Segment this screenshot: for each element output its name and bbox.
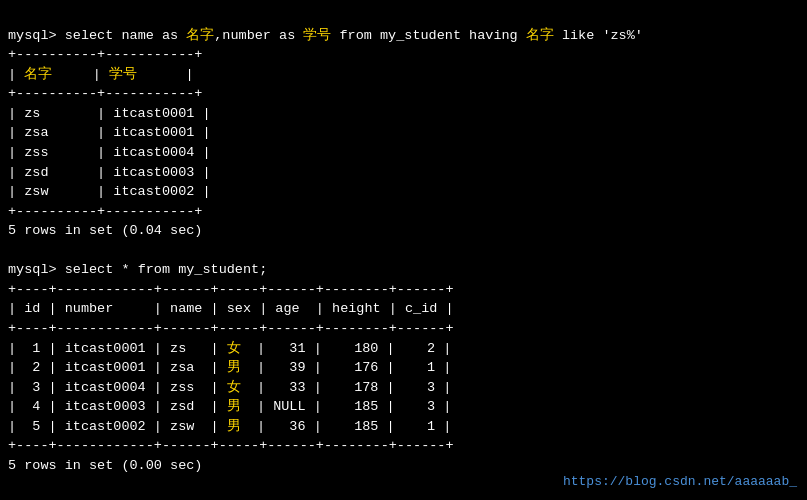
data-row-2: | zsa | itcast0001 | — [8, 125, 211, 140]
data-row-3: | zss | itcast0004 | — [8, 145, 211, 160]
header-row-1: | 名字 | 学号 | — [8, 67, 194, 82]
separator-line-5: +----+------------+------+-----+------+-… — [8, 321, 454, 336]
separator-line-1: +----------+-----------+ — [8, 47, 202, 62]
separator-line-2: +----------+-----------+ — [8, 86, 202, 101]
cmd-text-4: like 'zs%' — [554, 28, 643, 43]
data-row-1: | zs | itcast0001 | — [8, 106, 211, 121]
cmd-text-5: select * from my_student; — [65, 262, 268, 277]
data-row-8: | 3 | itcast0004 | zss | 女 | 33 | 178 | … — [8, 380, 451, 395]
command-line-1: mysql> select name as 名字,number as 学号 fr… — [8, 28, 643, 43]
data-row-7: | 2 | itcast0001 | zsa | 男 | 39 | 176 | … — [8, 360, 451, 375]
command-line-2: mysql> select * from my_student; — [8, 262, 267, 277]
separator-line-3: +----------+-----------+ — [8, 204, 202, 219]
header-row-2: | id | number | name | sex | age | heigh… — [8, 301, 454, 316]
result-text-1: 5 rows in set (0.04 sec) — [8, 223, 202, 238]
cn-text-1: 名字 — [186, 28, 214, 43]
separator-line-4: +----+------------+------+-----+------+-… — [8, 282, 454, 297]
cmd-text-3: from my_student having — [331, 28, 525, 43]
cmd-text-2: ,number as — [214, 28, 303, 43]
terminal-output: mysql> select name as 名字,number as 学号 fr… — [8, 6, 799, 476]
cmd-text-1: select name as — [65, 28, 187, 43]
data-row-10: | 5 | itcast0002 | zsw | 男 | 36 | 185 | … — [8, 419, 451, 434]
data-row-9: | 4 | itcast0003 | zsd | 男 | NULL | 185 … — [8, 399, 451, 414]
cn-text-2: 学号 — [303, 28, 331, 43]
data-row-6: | 1 | itcast0001 | zs | 女 | 31 | 180 | 2… — [8, 341, 451, 356]
watermark-link: https://blog.csdn.net/aaaaaab_ — [563, 473, 797, 492]
cn-text-3: 名字 — [526, 28, 554, 43]
data-row-5: | zsw | itcast0002 | — [8, 184, 211, 199]
data-row-4: | zsd | itcast0003 | — [8, 165, 211, 180]
separator-line-6: +----+------------+------+-----+------+-… — [8, 438, 454, 453]
prompt-1: mysql> — [8, 28, 65, 43]
prompt-2: mysql> — [8, 262, 65, 277]
result-text-2: 5 rows in set (0.00 sec) — [8, 458, 202, 473]
